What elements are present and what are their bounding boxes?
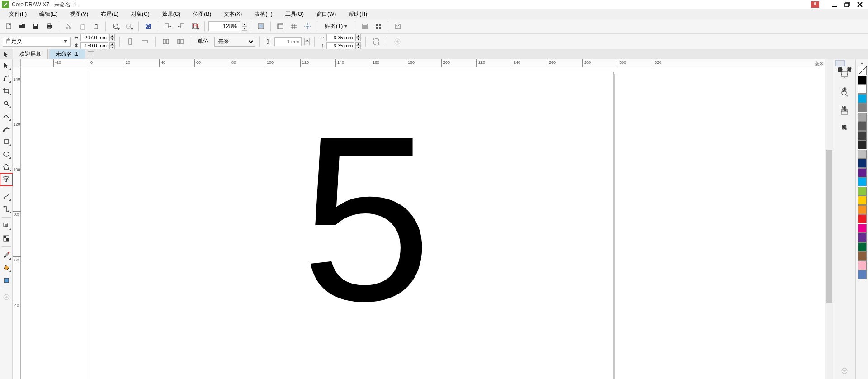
color-swatch[interactable] [858, 103, 867, 112]
page-height-field[interactable] [80, 42, 108, 49]
dupy-up[interactable]: ▲ [355, 42, 361, 46]
show-grid-button[interactable] [288, 21, 300, 32]
menu-view[interactable]: 视图(V) [64, 9, 94, 19]
quick-customize-dockers[interactable] [840, 366, 849, 376]
crop-tool[interactable] [1, 85, 12, 96]
print-button[interactable] [43, 21, 55, 32]
docker-tab-object-manager[interactable]: 对象管理器 [835, 60, 845, 66]
docker-tab-align-distribute[interactable]: 对齐与分布 [845, 60, 854, 66]
color-swatch[interactable] [858, 251, 867, 261]
show-rulers-button[interactable] [274, 21, 286, 32]
color-swatch[interactable] [858, 224, 867, 233]
publish-pdf-button[interactable]: PDF [189, 21, 201, 32]
units-select[interactable]: 毫米 [214, 37, 255, 47]
color-swatch[interactable] [858, 159, 867, 168]
nudge-up[interactable]: ▲ [304, 38, 310, 42]
lens-docker-icon[interactable] [840, 88, 849, 98]
width-down[interactable]: ▼ [109, 38, 115, 41]
options-button[interactable] [359, 21, 371, 32]
color-swatch[interactable] [858, 94, 867, 103]
treat-as-filled-button[interactable] [370, 36, 382, 47]
polygon-tool[interactable] [1, 161, 12, 172]
import-button[interactable] [162, 21, 174, 32]
text-tool[interactable]: 字 [1, 174, 12, 185]
pick-tool-icon[interactable] [2, 50, 10, 58]
connector-tool[interactable] [1, 204, 12, 214]
menu-tools[interactable]: 工具(O) [279, 9, 310, 19]
color-swatch[interactable] [858, 261, 867, 270]
copy-button[interactable] [76, 21, 88, 32]
tab-welcome[interactable]: 欢迎屏幕 [13, 49, 48, 59]
paste-button[interactable] [90, 21, 102, 32]
welcome-screen-button[interactable] [392, 21, 404, 32]
height-up[interactable]: ▲ [109, 42, 115, 46]
menu-edit[interactable]: 编辑(E) [33, 9, 64, 19]
menu-object[interactable]: 对象(C) [125, 9, 156, 19]
color-swatch[interactable] [858, 113, 867, 122]
transparency-tool[interactable] [1, 233, 12, 244]
export-button[interactable] [175, 21, 187, 32]
menu-bitmap[interactable]: 位图(B) [187, 9, 217, 19]
portrait-button[interactable] [124, 36, 136, 47]
zoom-down[interactable]: ▼ [242, 26, 247, 31]
landscape-button[interactable] [139, 36, 151, 47]
no-fill-swatch[interactable] [858, 66, 867, 75]
canvas-text-object[interactable]: 5 [301, 113, 432, 324]
new-button[interactable] [3, 21, 14, 32]
app-launcher-button[interactable] [373, 21, 384, 32]
menu-effects[interactable]: 效果(C) [156, 9, 187, 19]
duplicate-x-field[interactable] [326, 34, 354, 41]
new-tab-button[interactable] [88, 51, 94, 57]
canvas[interactable]: 5 [21, 67, 825, 379]
redo-button[interactable] [123, 21, 135, 32]
duplicate-y-field[interactable] [326, 42, 354, 49]
search-content-button[interactable] [142, 21, 154, 32]
color-swatch[interactable] [858, 131, 867, 140]
open-button[interactable] [16, 21, 28, 32]
dupx-down[interactable]: ▼ [355, 38, 361, 41]
ellipse-tool[interactable] [1, 149, 12, 160]
full-screen-preview-button[interactable] [255, 21, 267, 32]
color-swatch[interactable] [858, 85, 867, 94]
zoom-up[interactable]: ▲ [242, 22, 247, 26]
vertical-ruler[interactable]: 140120100806040 [13, 67, 21, 379]
snap-to-button[interactable]: 贴齐(T) [321, 21, 351, 32]
color-swatch[interactable] [858, 140, 867, 149]
color-swatch[interactable] [858, 76, 867, 85]
all-pages-button[interactable] [160, 36, 172, 47]
pick-tool[interactable] [1, 60, 12, 71]
minimize-button[interactable] [828, 0, 841, 9]
restore-button[interactable] [841, 0, 854, 9]
menu-layout[interactable]: 布局(L) [94, 9, 125, 19]
color-swatch[interactable] [858, 187, 867, 196]
rectangle-tool[interactable] [1, 136, 12, 147]
drop-shadow-tool[interactable] [1, 220, 12, 231]
height-down[interactable]: ▼ [109, 46, 115, 49]
zoom-tool[interactable] [1, 98, 12, 109]
artistic-media-tool[interactable] [1, 123, 12, 134]
menu-help[interactable]: 帮助(H) [342, 9, 373, 19]
dupy-down[interactable]: ▼ [355, 46, 361, 49]
transform-docker-icon[interactable] [840, 69, 849, 79]
menu-window[interactable]: 窗口(W) [310, 9, 342, 19]
color-swatch[interactable] [858, 205, 867, 214]
menu-text[interactable]: 文本(X) [217, 9, 248, 19]
color-swatch[interactable] [858, 168, 867, 177]
quick-customize-toolbox[interactable] [1, 292, 12, 303]
page-size-preset[interactable]: 自定义 [3, 37, 71, 47]
menu-file[interactable]: 文件(F) [3, 9, 33, 19]
quick-customize-button[interactable] [392, 36, 403, 47]
current-page-button[interactable] [175, 36, 186, 47]
docker-tab-view-manager[interactable]: 视图管理器 [840, 118, 849, 123]
ruler-origin-corner[interactable] [13, 59, 21, 67]
menu-table[interactable]: 表格(T) [248, 9, 278, 19]
eyedropper-tool[interactable] [1, 250, 12, 261]
shape-tool[interactable] [1, 73, 12, 84]
color-swatch[interactable] [858, 270, 867, 279]
user-account-icon[interactable] [811, 1, 819, 8]
cut-button[interactable] [63, 21, 75, 32]
color-swatch[interactable] [858, 214, 867, 223]
parallel-dimension-tool[interactable] [1, 191, 12, 202]
save-button[interactable] [30, 21, 42, 32]
freehand-tool[interactable] [1, 111, 12, 122]
